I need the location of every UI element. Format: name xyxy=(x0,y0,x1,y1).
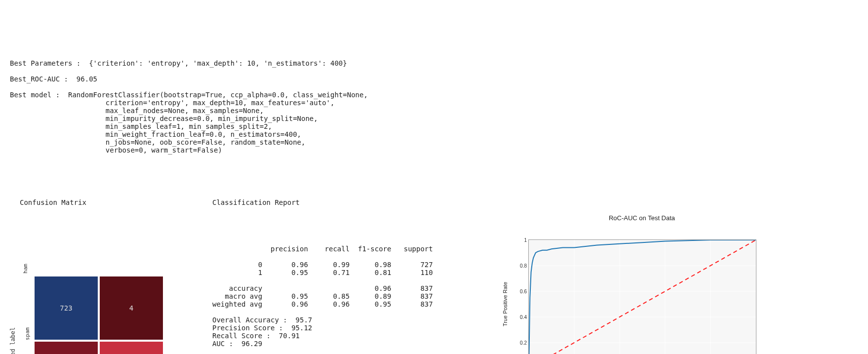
cm-cell-00: 723 xyxy=(35,276,98,340)
roc-plot-area: 0 0.2 0.4 0.6 0.8 1 0 0.2 0.4 0.6 0.8 1 … xyxy=(528,239,756,354)
confusion-matrix-title: Confusion Matrix xyxy=(20,198,212,206)
roc-chart: RoC-AUC on Test Data xyxy=(504,198,780,354)
cm-cell-11: 78 xyxy=(100,342,163,354)
best-model-block: Best model : RandomForestClassifier(boot… xyxy=(10,91,859,154)
roc-ytick: 1 xyxy=(513,237,527,243)
roc-ytick: 0.8 xyxy=(513,263,527,269)
confusion-matrix-panel: Confusion Matrix predicted label ham spa… xyxy=(10,183,212,354)
roc-ytick: 0.6 xyxy=(513,289,527,294)
best-roc-auc-line: Best_ROC-AUC : 96.05 xyxy=(10,75,859,83)
roc-title: RoC-AUC on Test Data xyxy=(528,214,755,222)
best-parameters-line: Best Parameters : {'criterion': 'entropy… xyxy=(10,59,859,67)
classification-report-panel: Classification Report precision recall f… xyxy=(212,183,479,354)
roc-ytick: 0.2 xyxy=(513,340,527,346)
notebook-output: Best Parameters : {'criterion': 'entropy… xyxy=(0,39,868,354)
roc-ytick: 0.4 xyxy=(513,315,527,320)
cm-ytick-ham: ham xyxy=(22,264,29,274)
cm-cell-10: 32 xyxy=(35,342,98,354)
right-panel: RoC-AUC on Test Data xyxy=(484,183,859,354)
cm-cell-01: 4 xyxy=(100,276,163,340)
classification-report-body: precision recall f1-score support 0 0.96… xyxy=(212,245,479,348)
classification-report-title: Classification Report xyxy=(212,198,479,206)
confusion-matrix-grid: 723 4 32 78 xyxy=(35,276,202,354)
roc-curve-line xyxy=(529,240,756,354)
cm-ylabel: predicted label xyxy=(9,327,16,354)
roc-ylabel: True Positive Rate xyxy=(502,282,508,326)
cm-ytick-spam: spam xyxy=(24,327,31,341)
